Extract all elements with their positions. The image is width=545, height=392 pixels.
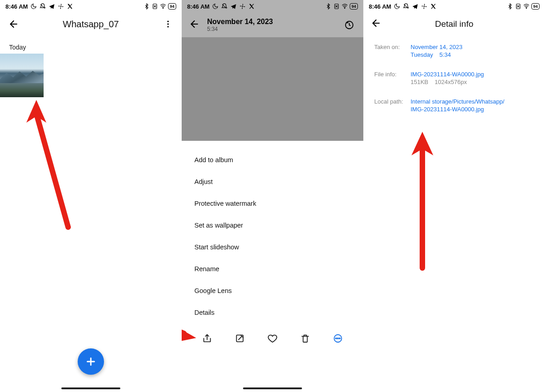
moon-icon <box>394 3 400 10</box>
svg-point-21 <box>526 8 526 8</box>
bluetooth-icon <box>507 3 513 10</box>
svg-point-4 <box>167 23 168 25</box>
value-taken-time: 5:34 <box>439 51 451 58</box>
wifi-icon <box>160 3 166 10</box>
menu-set-wallpaper[interactable]: Set as wallpaper <box>182 214 363 236</box>
row-taken-on: Taken on: November 14, 2023 Tuesday 5:34 <box>374 44 534 58</box>
value-path-line2: IMG-20231114-WA0000.jpg <box>411 106 505 113</box>
telegram-icon <box>49 3 55 10</box>
fan-icon <box>239 3 246 10</box>
dnd-icon <box>403 3 409 10</box>
svg-point-5 <box>167 26 168 27</box>
dnd-icon <box>221 3 228 10</box>
battery-badge: 94 <box>168 3 176 10</box>
viewer-time: 5:34 <box>207 26 273 32</box>
svg-point-2 <box>163 8 163 8</box>
photo-thumbnail[interactable] <box>0 54 44 97</box>
label-file-info: File info: <box>374 71 406 85</box>
moon-icon <box>212 3 218 10</box>
back-button[interactable] <box>371 18 382 30</box>
fan-icon <box>58 3 64 10</box>
album-title: Whatsapp_07 <box>0 19 182 30</box>
menu-adjust[interactable]: Adjust <box>182 171 363 193</box>
no-sim-icon <box>333 3 340 10</box>
no-sim-icon <box>515 3 521 10</box>
menu-rename[interactable]: Rename <box>182 258 363 280</box>
detail-header: Detail info <box>363 13 545 35</box>
delete-button[interactable] <box>298 332 312 345</box>
more-options-button[interactable] <box>331 332 345 345</box>
value-file-name: IMG-20231114-WA0000.jpg <box>411 71 484 78</box>
bluetooth-icon <box>144 3 150 10</box>
more-button[interactable] <box>162 18 174 30</box>
bottom-sheet-menu: Add to album Adjust Protective watermark… <box>182 141 363 354</box>
status-bar: 8:46 AM 94 <box>0 0 182 13</box>
panel-photo-viewer: 8:46 AM 94 No <box>182 0 363 392</box>
menu-google-lens[interactable]: Google Lens <box>182 280 363 302</box>
menu-protective-watermark[interactable]: Protective watermark <box>182 193 363 214</box>
status-bar: 8:46 AM 94 <box>182 0 363 13</box>
menu-details[interactable]: Details <box>182 302 363 323</box>
wifi-icon <box>342 3 348 10</box>
label-taken-on: Taken on: <box>374 44 406 58</box>
menu-add-to-album[interactable]: Add to album <box>182 149 363 171</box>
wifi-icon <box>523 3 530 10</box>
favorite-button[interactable] <box>266 332 279 345</box>
add-fab[interactable] <box>78 348 104 375</box>
value-file-size: 151KB <box>411 79 428 85</box>
detail-title: Detail info <box>363 19 545 29</box>
status-time: 8:46 AM <box>5 3 28 10</box>
gesture-bar <box>243 387 302 389</box>
telegram-icon <box>230 3 237 10</box>
svg-point-8 <box>242 6 243 7</box>
date-section-label: Today <box>0 35 182 54</box>
dnd-icon <box>40 3 46 10</box>
x-icon <box>67 3 73 10</box>
svg-marker-7 <box>26 100 46 123</box>
viewer-date: November 14, 2023 <box>207 18 273 26</box>
fan-icon <box>421 3 427 10</box>
svg-point-0 <box>60 6 61 7</box>
viewer-header: November 14, 2023 5:34 <box>182 13 363 37</box>
svg-point-19 <box>424 6 425 7</box>
x-icon <box>430 3 436 10</box>
value-path-line1: Internal storage/Pictures/Whatsapp/ <box>411 98 505 105</box>
detail-body: Taken on: November 14, 2023 Tuesday 5:34… <box>363 35 545 134</box>
no-sim-icon <box>152 3 158 10</box>
x-icon <box>248 3 255 10</box>
menu-start-slideshow[interactable]: Start slideshow <box>182 236 363 258</box>
viewer-action-bar <box>182 323 363 354</box>
panel-gallery-album: 8:46 AM 94 Whatsapp_07 Tod <box>0 0 182 392</box>
album-header: Whatsapp_07 <box>0 13 182 35</box>
moon-icon <box>30 3 37 10</box>
row-file-info: File info: IMG-20231114-WA0000.jpg 151KB… <box>374 71 534 85</box>
svg-point-15 <box>337 338 338 339</box>
annotation-arrow <box>23 100 77 238</box>
value-taken-date: November 14, 2023 <box>411 44 462 50</box>
svg-point-14 <box>336 338 337 339</box>
row-local-path: Local path: Internal storage/Pictures/Wh… <box>374 98 534 113</box>
svg-marker-23 <box>411 132 433 155</box>
sync-button[interactable] <box>342 18 356 32</box>
value-taken-day: Tuesday <box>411 51 433 58</box>
share-button[interactable] <box>200 332 214 345</box>
edit-button[interactable] <box>233 332 247 345</box>
value-file-dims: 1024x576px <box>435 79 467 85</box>
svg-point-16 <box>339 338 340 339</box>
back-button[interactable] <box>189 19 200 31</box>
telegram-icon <box>412 3 418 10</box>
svg-point-10 <box>344 8 345 8</box>
back-button[interactable] <box>7 18 20 30</box>
battery-badge: 94 <box>531 3 540 10</box>
annotation-arrow <box>409 132 436 274</box>
gesture-bar <box>61 387 120 389</box>
panel-detail-info: 8:46 AM 94 Detail info Taken on: <box>363 0 545 392</box>
svg-point-3 <box>167 21 168 22</box>
label-local-path: Local path: <box>374 98 406 113</box>
status-time: 8:46 AM <box>369 3 391 10</box>
status-bar: 8:46 AM 94 <box>363 0 545 13</box>
status-time: 8:46 AM <box>187 3 209 10</box>
svg-line-6 <box>36 114 68 227</box>
photo-area[interactable] <box>182 37 363 141</box>
bluetooth-icon <box>325 3 332 10</box>
